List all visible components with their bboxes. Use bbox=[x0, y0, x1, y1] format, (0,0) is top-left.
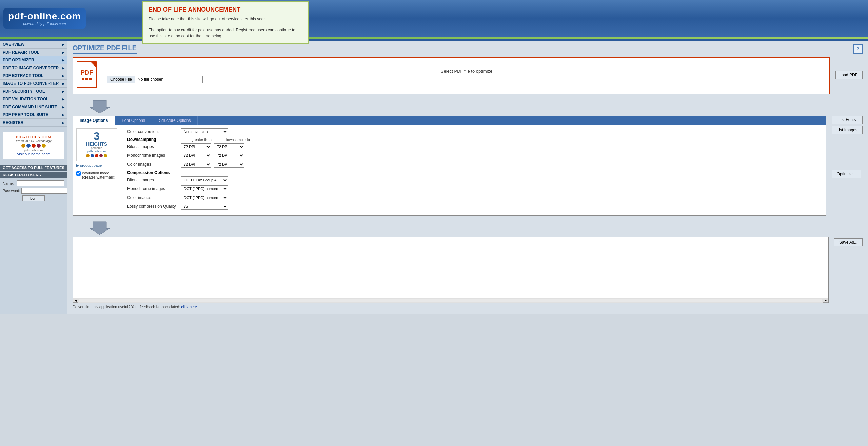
comp-mono-select[interactable]: DCT (JPEG) compre CCITT Fax Group 4 bbox=[181, 185, 228, 192]
choose-file-button[interactable]: Choose File bbox=[107, 76, 135, 83]
product-page-link[interactable]: ▶ product page bbox=[76, 163, 120, 168]
no-file-text: No file chosen bbox=[135, 76, 203, 83]
sidebar-label-register: REGISTER bbox=[3, 120, 23, 125]
bitonal-if-greater-select[interactable]: 72 DPI 96 DPI 150 DPI 300 DPI bbox=[181, 143, 211, 150]
sidebar-arrow-optimizer: ▶ bbox=[62, 58, 64, 62]
lossy-select[interactable]: 75 25 50 85 95 bbox=[181, 203, 228, 210]
sidebar-label-repair: PDF REPAIR TOOL bbox=[3, 50, 39, 55]
bitonal-row: Bitonal images 72 DPI 96 DPI 150 DPI 300… bbox=[127, 143, 823, 150]
options-wrapper: Image Options Font Options Structure Opt… bbox=[73, 116, 863, 218]
tab-font-options[interactable]: Font Options bbox=[115, 116, 152, 125]
sidebar-item-repair[interactable]: PDF REPAIR TOOL ▶ bbox=[0, 49, 67, 56]
prod-dot-2 bbox=[91, 154, 94, 157]
save-as-button[interactable]: Save As... bbox=[834, 238, 863, 246]
header: pdf-online.com powered by pdf-tools.com … bbox=[0, 0, 868, 37]
horizontal-scrollbar-track[interactable] bbox=[79, 299, 822, 302]
comp-bitonal-row: Bitonal images CCITT Fax Group 4 DCT (JP… bbox=[127, 176, 823, 183]
help-icon[interactable]: ? bbox=[853, 44, 863, 54]
sidebar-item-to-image[interactable]: PDF TO IMAGE CONVERTER ▶ bbox=[0, 64, 67, 72]
sidebar-item-image-to-pdf[interactable]: IMAGE TO PDF CONVERTER ▶ bbox=[0, 80, 67, 88]
logo[interactable]: pdf-online.com powered by pdf-tools.com bbox=[3, 8, 86, 29]
comp-color-row: Color images DCT (JPEG) compre CCITT Fax… bbox=[127, 194, 823, 201]
feedback-text: Do you find this application useful? You… bbox=[73, 305, 181, 309]
pdf-dot-2 bbox=[85, 78, 88, 80]
name-row: Name: bbox=[3, 180, 64, 186]
product-color-dots bbox=[79, 154, 115, 157]
compression-title: Compression Options bbox=[127, 170, 823, 175]
sidebar-item-optimizer[interactable]: PDF OPTIMIZER ▶ bbox=[0, 56, 67, 64]
output-textarea[interactable] bbox=[73, 237, 828, 297]
password-input[interactable] bbox=[21, 188, 69, 194]
load-pdf-button[interactable]: load PDF bbox=[835, 71, 863, 79]
color-if-greater-select[interactable]: 72 DPI bbox=[181, 161, 211, 168]
monochrome-downsample-select[interactable]: 72 DPI bbox=[214, 152, 244, 159]
color-downsample-select[interactable]: 72 DPI bbox=[214, 161, 244, 168]
monochrome-if-greater-select[interactable]: 72 DPI bbox=[181, 152, 211, 159]
sidebar-item-extract[interactable]: PDF EXTRACT TOOL ▶ bbox=[0, 72, 67, 80]
comp-color-select[interactable]: DCT (JPEG) compre CCITT Fax Group 4 bbox=[181, 194, 228, 201]
sidebar-label-extract: PDF EXTRACT TOOL bbox=[3, 73, 43, 78]
sidebar-label-to-image: PDF TO IMAGE CONVERTER bbox=[3, 66, 59, 70]
sidebar-label-prep: PDF PREP TOOL SUITE bbox=[3, 112, 48, 117]
sidebar-item-overview[interactable]: OVERVIEW ▶ bbox=[0, 41, 67, 49]
scroll-left-btn[interactable]: ◀ bbox=[73, 298, 78, 303]
tab-structure-options[interactable]: Structure Options bbox=[152, 116, 198, 125]
comp-bitonal-label: Bitonal images bbox=[127, 178, 178, 182]
sidebar-item-register[interactable]: REGISTER ▶ bbox=[0, 119, 67, 127]
prod-dot-1 bbox=[86, 154, 90, 157]
options-left: 3 HEIGHTS powered pdf-tools.com bbox=[76, 128, 120, 212]
bitonal-downsample-select[interactable]: 72 DPI 96 DPI bbox=[214, 143, 244, 150]
list-images-button[interactable]: List Images bbox=[832, 126, 863, 134]
bitonal-label: Bitonal images bbox=[127, 144, 178, 149]
sidebar-visit-link[interactable]: visit our home page bbox=[6, 152, 61, 156]
pdf-icon-dots bbox=[82, 78, 92, 80]
file-upload-section: PDF Select PDF file to optimize Choose F… bbox=[73, 57, 830, 94]
select-label: Select PDF file to optimize bbox=[107, 69, 826, 74]
sidebar-item-security[interactable]: PDF SECURITY TOOL ▶ bbox=[0, 88, 67, 95]
color-conversion-label: Color conversion: bbox=[127, 129, 178, 134]
access-header-text: GET ACCESS TO FULL FEATURES bbox=[3, 166, 64, 170]
logo-sub-text: powered by pdf-tools.com bbox=[23, 22, 66, 26]
password-row: Password: bbox=[3, 188, 64, 194]
list-fonts-button[interactable]: List Fonts bbox=[832, 116, 863, 124]
sidebar-item-prep[interactable]: PDF PREP TOOL SUITE ▶ bbox=[0, 111, 67, 119]
tab-image-options[interactable]: Image Options bbox=[73, 116, 115, 125]
file-input-row: Choose File No file chosen bbox=[107, 76, 826, 83]
sidebar-arrow-repair: ▶ bbox=[62, 51, 64, 54]
sidebar-arrow-to-image: ▶ bbox=[62, 66, 64, 70]
dot-orange bbox=[21, 144, 25, 148]
sidebar-item-validation[interactable]: PDF VALIDATION TOOL ▶ bbox=[0, 95, 67, 103]
main-content: OPTIMIZE PDF FILE ? PDF bbox=[67, 41, 868, 314]
dot-blue bbox=[26, 144, 31, 148]
comp-bitonal-select[interactable]: CCITT Fax Group 4 DCT (JPEG) compression… bbox=[181, 176, 228, 183]
prod-dot-5 bbox=[104, 154, 107, 157]
feedback-link[interactable]: click here bbox=[181, 305, 197, 309]
sidebar-label-security: PDF SECURITY TOOL bbox=[3, 89, 45, 94]
pdf-dot-3 bbox=[89, 78, 92, 80]
name-input[interactable] bbox=[17, 180, 64, 186]
color-conversion-select[interactable]: No conversion Convert to grayscale Conve… bbox=[181, 128, 228, 135]
sidebar-item-cmdline[interactable]: PDF COMMAND LINE SUITE ▶ bbox=[0, 103, 67, 111]
scroll-right-btn[interactable]: ▶ bbox=[823, 298, 828, 303]
load-button-wrapper: load PDF bbox=[835, 71, 863, 79]
optimize-button[interactable]: Optimize... bbox=[832, 170, 861, 178]
eval-checkbox-input[interactable] bbox=[76, 171, 81, 176]
arrow-down-2 bbox=[90, 220, 863, 237]
sidebar-pdftools-link: pdf-tools.com bbox=[6, 149, 61, 152]
sidebar-arrow-extract: ▶ bbox=[62, 74, 64, 78]
downsampling-label: Downsampling bbox=[127, 137, 178, 142]
heights-text: HEIGHTS bbox=[79, 142, 115, 146]
pdftools-text: pdf-tools.com bbox=[79, 150, 115, 153]
sidebar-arrow-prep: ▶ bbox=[62, 113, 64, 117]
title-row: OPTIMIZE PDF FILE ? bbox=[73, 44, 863, 57]
options-content: 3 HEIGHTS powered pdf-tools.com bbox=[73, 125, 826, 215]
dot-gold bbox=[42, 144, 46, 148]
eval-checkbox-label: evaluation mode (creates watermark) bbox=[82, 171, 120, 179]
access-header: GET ACCESS TO FULL FEATURES bbox=[0, 165, 67, 171]
page-title: OPTIMIZE PDF FILE bbox=[73, 44, 137, 54]
help-icon-container: ? bbox=[853, 44, 863, 54]
main-layout: OVERVIEW ▶ PDF REPAIR TOOL ▶ PDF OPTIMIZ… bbox=[0, 41, 868, 314]
login-button[interactable]: login bbox=[22, 195, 44, 201]
announcement-title: END OF LIFE ANNOUNCEMENT bbox=[149, 6, 302, 13]
sidebar-arrow-security: ▶ bbox=[62, 90, 64, 93]
